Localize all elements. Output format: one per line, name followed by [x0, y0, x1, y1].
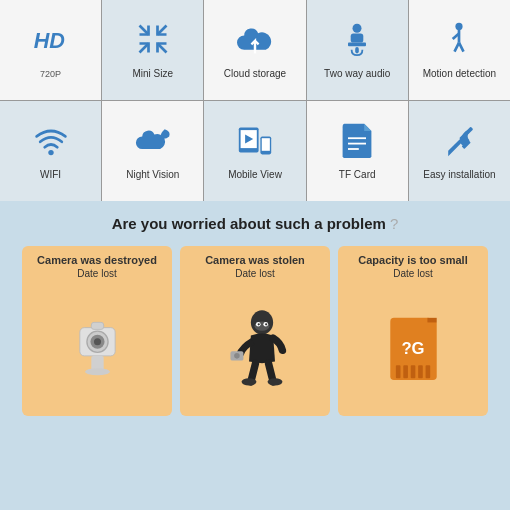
- card-stolen-sub: Date lost: [235, 268, 274, 279]
- svg-text:HD: HD: [33, 27, 64, 52]
- tf-label: TF Card: [339, 169, 376, 180]
- svg-point-40: [267, 378, 282, 385]
- svg-rect-45: [403, 365, 408, 378]
- svg-point-39: [241, 378, 256, 385]
- svg-rect-47: [418, 365, 423, 378]
- wifi-label: WIFI: [40, 169, 61, 180]
- night-label: Night Vision: [126, 169, 179, 180]
- night-icon: [135, 122, 171, 163]
- audio-label: Two way audio: [324, 68, 390, 79]
- mobile-label: Mobile View: [228, 169, 282, 180]
- card-destroyed-title: Camera was destroyed: [37, 254, 157, 266]
- feature-mobile: Mobile View: [204, 101, 305, 201]
- card-destroyed-sub: Date lost: [77, 268, 116, 279]
- svg-point-15: [48, 150, 53, 155]
- card-capacity-img: ?G: [381, 289, 446, 406]
- card-stolen-img: [223, 289, 288, 406]
- card-destroyed-img: [65, 289, 130, 406]
- svg-rect-48: [425, 365, 430, 378]
- svg-point-37: [257, 323, 259, 325]
- svg-point-6: [353, 24, 362, 33]
- svg-point-42: [234, 353, 240, 359]
- card-stolen-title: Camera was stolen: [205, 254, 305, 266]
- audio-icon: [339, 21, 375, 62]
- feature-audio: Two way audio: [307, 0, 408, 100]
- svg-rect-46: [410, 365, 415, 378]
- svg-rect-20: [262, 138, 270, 151]
- hd-sub: 720P: [40, 69, 61, 79]
- mini-label: Mini Size: [133, 68, 174, 79]
- svg-rect-9: [355, 47, 359, 53]
- svg-marker-43: [427, 317, 436, 322]
- card-capacity: Capacity is too small Date lost ?G: [338, 246, 488, 416]
- feature-hd: HD 720P: [0, 0, 101, 100]
- svg-rect-44: [395, 365, 400, 378]
- svg-point-10: [456, 23, 463, 30]
- svg-line-14: [459, 43, 464, 52]
- feature-cloud: Cloud storage: [204, 0, 305, 100]
- motion-label: Motion detection: [423, 68, 496, 79]
- feature-mini: Mini Size: [102, 0, 203, 100]
- hd-icon: HD: [33, 22, 69, 63]
- question-mark: ?: [390, 215, 398, 232]
- problem-section: Are you worried about such a problem ? C…: [0, 201, 510, 426]
- feature-install: Easy installation: [409, 101, 510, 201]
- tf-icon: [339, 122, 375, 163]
- svg-point-29: [93, 338, 100, 345]
- problem-cards: Camera was destroyed Date lost: [10, 246, 500, 416]
- mini-icon: [135, 21, 171, 62]
- card-capacity-sub: Date lost: [393, 268, 432, 279]
- feature-grid: HD 720P Mini Size: [0, 0, 510, 201]
- svg-rect-7: [351, 34, 364, 43]
- mobile-icon: [237, 122, 273, 163]
- feature-motion: Motion detection: [409, 0, 510, 100]
- feature-wifi: WIFI: [0, 101, 101, 201]
- svg-rect-8: [348, 43, 366, 47]
- wifi-icon: [33, 122, 69, 163]
- problem-title-text: Are you worried about such a problem: [112, 215, 386, 232]
- motion-icon: [441, 21, 477, 62]
- card-capacity-title: Capacity is too small: [358, 254, 467, 266]
- feature-night: Night Vision: [102, 101, 203, 201]
- card-destroyed: Camera was destroyed Date lost: [22, 246, 172, 416]
- svg-point-32: [85, 368, 110, 375]
- problem-title: Are you worried about such a problem ?: [10, 215, 500, 232]
- install-label: Easy installation: [423, 169, 495, 180]
- svg-rect-30: [91, 322, 103, 329]
- card-stolen: Camera was stolen Date lost: [180, 246, 330, 416]
- feature-tf: TF Card: [307, 101, 408, 201]
- cloud-icon: [237, 21, 273, 62]
- install-icon: [441, 122, 477, 163]
- svg-text:?G: ?G: [401, 339, 424, 358]
- svg-point-38: [265, 323, 267, 325]
- cloud-label: Cloud storage: [224, 68, 286, 79]
